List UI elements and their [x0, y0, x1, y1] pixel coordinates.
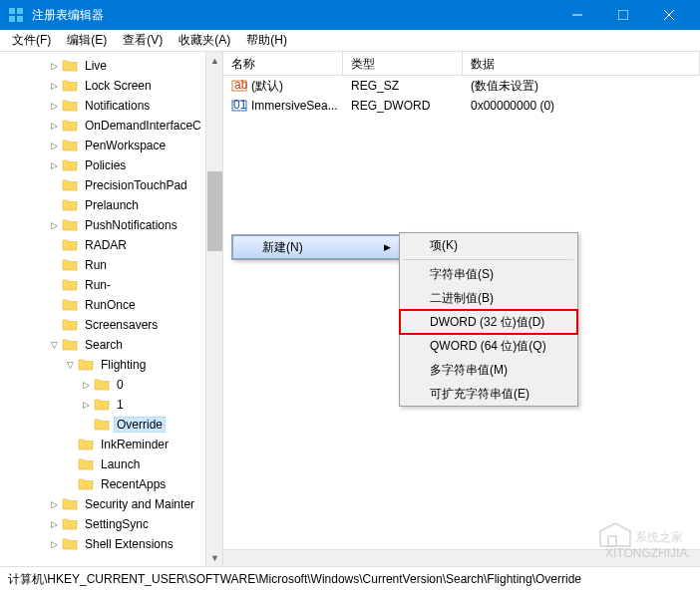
context-menu-new[interactable]: 新建(N) ▶ [232, 235, 400, 259]
tree-expand-icon[interactable]: ▷ [48, 100, 60, 112]
tree-item[interactable]: Prelaunch [0, 195, 222, 215]
menu-edit[interactable]: 编辑(E) [59, 30, 115, 51]
tree-item[interactable]: ▷Shell Extensions [0, 534, 222, 554]
tree-item[interactable]: ▷Live [0, 56, 222, 76]
tree-item[interactable]: PrecisionTouchPad [0, 175, 222, 195]
folder-icon [62, 238, 78, 252]
submenu-expandstring[interactable]: 可扩充字符串值(E) [400, 382, 577, 406]
value-type: REG_DWORD [343, 97, 463, 115]
tree-item[interactable]: ▷PushNotifications [0, 215, 222, 235]
folder-icon [62, 79, 78, 93]
tree-item-label: Security and Mainter [82, 496, 197, 512]
tree-item-label: SettingSync [82, 516, 152, 532]
tree-item[interactable]: ▷Security and Mainter [0, 494, 222, 514]
submenu-key[interactable]: 项(K) [400, 233, 577, 257]
tree-item[interactable]: ▽Search [0, 335, 222, 355]
minimize-button[interactable] [554, 0, 600, 30]
statusbar: 计算机\HKEY_CURRENT_USER\SOFTWARE\Microsoft… [0, 566, 700, 592]
menu-view[interactable]: 查看(V) [115, 30, 171, 51]
folder-icon [62, 278, 78, 292]
folder-icon [62, 198, 78, 212]
tree-item[interactable]: RecentApps [0, 474, 222, 494]
column-data[interactable]: 数据 [463, 52, 700, 75]
tree-expand-icon[interactable] [64, 458, 76, 470]
tree-item[interactable]: RADAR [0, 235, 222, 255]
scroll-down-button[interactable]: ▼ [206, 549, 223, 566]
list-row[interactable]: ab(默认)REG_SZ(数值未设置) [223, 76, 700, 96]
tree-expand-icon[interactable]: ▷ [80, 399, 92, 411]
submenu-string-value[interactable]: 字符串值(S) [400, 262, 577, 286]
tree-item[interactable]: ▽Flighting [0, 355, 222, 375]
submenu-dword-32[interactable]: DWORD (32 位)值(D) [400, 310, 577, 334]
tree-item-label: Lock Screen [82, 78, 155, 94]
tree-item[interactable]: Run- [0, 275, 222, 295]
tree-item[interactable]: ▷PenWorkspace [0, 136, 222, 155]
tree-item-label: Shell Extensions [82, 536, 176, 552]
tree-expand-icon[interactable] [48, 179, 60, 191]
tree-item[interactable]: ▷Lock Screen [0, 76, 222, 96]
tree-expand-icon[interactable] [64, 439, 76, 450]
tree-expand-icon[interactable]: ▷ [48, 140, 60, 151]
tree-item[interactable]: Screensavers [0, 315, 222, 335]
tree-expand-icon[interactable] [48, 199, 60, 211]
folder-icon [78, 457, 94, 471]
tree-expand-icon[interactable] [48, 279, 60, 291]
tree-item[interactable]: RunOnce [0, 295, 222, 315]
tree-item[interactable]: ▷Notifications [0, 96, 222, 116]
tree-expand-icon[interactable]: ▷ [48, 498, 60, 510]
tree-expand-icon[interactable]: ▷ [80, 379, 92, 391]
tree-item[interactable]: ▷Policies [0, 155, 222, 175]
svg-text:ab: ab [234, 78, 247, 92]
tree-expand-icon[interactable] [48, 239, 60, 251]
tree-expand-icon[interactable] [48, 299, 60, 311]
close-button[interactable] [646, 0, 692, 30]
submenu-binary-value[interactable]: 二进制值(B) [400, 286, 577, 310]
tree-item-label: PenWorkspace [82, 138, 169, 153]
menu-favorites[interactable]: 收藏夹(A) [171, 30, 238, 51]
tree-item[interactable]: InkReminder [0, 435, 222, 454]
tree-expand-icon[interactable]: ▷ [48, 120, 60, 132]
scroll-thumb[interactable] [207, 171, 222, 251]
tree-expand-icon[interactable]: ▷ [48, 518, 60, 530]
submenu-multistring[interactable]: 多字符串值(M) [400, 358, 577, 382]
tree-item[interactable]: ▷1 [0, 395, 222, 415]
tree-expand-icon[interactable]: ▷ [48, 538, 60, 550]
tree-item[interactable]: Override [0, 415, 222, 435]
column-type[interactable]: 类型 [343, 52, 463, 75]
tree-expand-icon[interactable]: ▷ [48, 219, 60, 231]
column-name[interactable]: 名称 [223, 52, 343, 75]
tree-expand-icon[interactable] [64, 478, 76, 490]
tree-item[interactable]: Run [0, 255, 222, 275]
tree-expand-icon[interactable] [48, 259, 60, 271]
tree-item[interactable]: ▷OnDemandInterfaceC [0, 116, 222, 136]
tree-item[interactable]: ▷SettingSync [0, 514, 222, 534]
folder-icon [94, 378, 110, 392]
scroll-up-button[interactable]: ▲ [206, 52, 223, 69]
tree-expand-icon[interactable]: ▽ [64, 359, 76, 371]
folder-icon [94, 398, 110, 412]
folder-icon [78, 438, 94, 451]
menu-file[interactable]: 文件(F) [4, 30, 59, 51]
window-titlebar: 注册表编辑器 [0, 0, 700, 30]
tree-expand-icon[interactable]: ▷ [48, 159, 60, 171]
submenu-arrow-icon: ▶ [384, 242, 391, 252]
tree-expand-icon[interactable]: ▷ [48, 80, 60, 92]
menu-help[interactable]: 帮助(H) [238, 30, 295, 51]
tree-item[interactable]: ▷0 [0, 375, 222, 395]
new-submenu: 项(K) 字符串值(S) 二进制值(B) DWORD (32 位)值(D) QW… [399, 232, 578, 407]
tree-expand-icon[interactable] [80, 419, 92, 431]
folder-icon [62, 537, 78, 551]
tree-item-label: OnDemandInterfaceC [82, 118, 204, 134]
tree-expand-icon[interactable] [48, 319, 60, 331]
maximize-button[interactable] [600, 0, 646, 30]
tree-item-label: Search [82, 337, 126, 353]
list-horizontal-scrollbar[interactable] [223, 549, 700, 566]
tree-expand-icon[interactable]: ▽ [48, 339, 60, 351]
tree-expand-icon[interactable]: ▷ [48, 60, 60, 72]
tree-item-label: 0 [114, 377, 127, 393]
tree-vertical-scrollbar[interactable]: ▲ ▼ [205, 52, 222, 566]
tree-item[interactable]: Launch [0, 454, 222, 474]
context-menu: 新建(N) ▶ [231, 234, 401, 260]
list-row[interactable]: 011ImmersiveSea...REG_DWORD0x00000000 (0… [223, 96, 700, 116]
submenu-qword-64[interactable]: QWORD (64 位)值(Q) [400, 334, 577, 358]
